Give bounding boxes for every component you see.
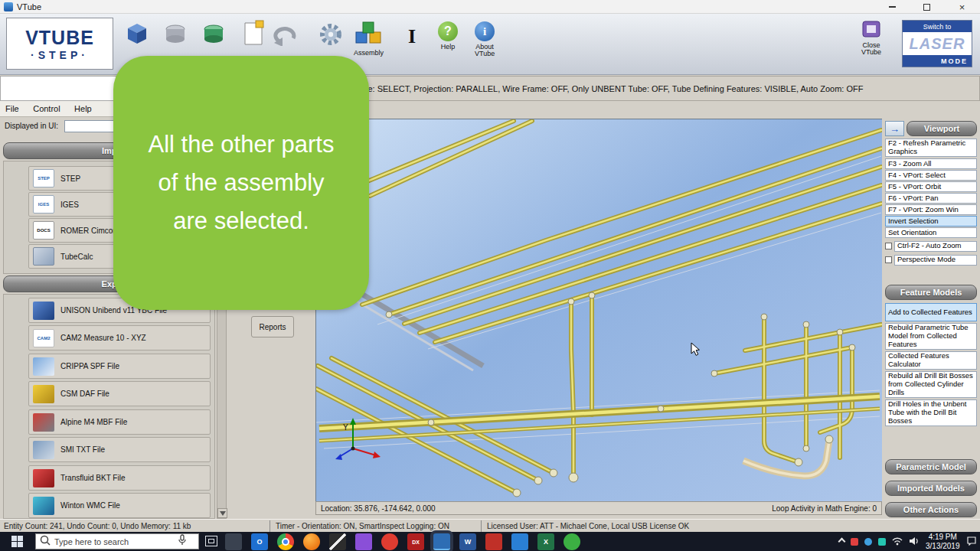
open-project-button[interactable] [124,21,150,51]
add-collected-features-button[interactable]: Add to Collected Features [885,303,977,321]
features-calculator-button[interactable]: Collected Features Calculator [885,351,977,370]
taskbar-apps: O DX W X [225,533,580,551]
minimize-icon [889,6,896,8]
maximize-button[interactable] [910,0,944,14]
assembly-cubes-icon [354,20,384,47]
close-vtube-button[interactable]: Close VTube [851,20,891,56]
help-button[interactable]: ? Help [438,21,458,51]
app-icon-red3d[interactable] [485,533,502,550]
button-label: Collected Features Calculator [888,352,974,369]
menu-file[interactable]: File [0,102,24,116]
tray-app-icon-blue[interactable] [864,538,872,546]
vport-pan-button[interactable]: F6 - VPort: Pan [885,193,977,204]
microphone-icon[interactable] [178,534,187,549]
menu-control[interactable]: Control [28,102,65,116]
close-button[interactable]: × [944,0,980,14]
app-icon-chrome[interactable] [277,533,294,550]
other-actions-header[interactable]: Other Actions [885,502,977,517]
invert-selection-button[interactable]: Invert Selection [885,216,977,227]
auto-zoom-checkbox[interactable] [885,243,892,249]
auto-zoom-label[interactable]: Ctrl-F2 - Auto Zoom [894,241,977,252]
export-item-smi[interactable]: SMI TXT File [28,437,211,462]
about-button[interactable]: i About VTube [475,21,495,57]
rebuild-drill-bosses-button[interactable]: Rebuild all Drill Bit Bosses from Collec… [885,371,977,398]
new-file-button[interactable] [242,20,265,49]
perspective-checkbox[interactable] [885,256,892,263]
app-icon-dx[interactable]: DX [407,533,424,550]
callout-text: All the other parts of the assembly are … [145,126,337,241]
export-item-crippa[interactable]: CRIPPA SPF File [28,354,211,379]
perspective-label[interactable]: Perspective Mode [894,255,977,266]
tray-app-icon-red[interactable] [851,538,858,546]
panel-collapse-button[interactable]: → [885,121,904,136]
app-icon-dark[interactable] [225,533,242,550]
button-label: Rebuild all Drill Bit Bosses from Collec… [888,372,974,397]
export-item-winton[interactable]: Winton WMC File [28,493,211,518]
app-icon-opera[interactable] [381,533,398,550]
tube-model-button[interactable] [201,21,227,51]
app-icon-vtube[interactable] [433,533,450,550]
taskbar-search-box[interactable] [35,533,199,549]
button-label: Add to Collected Features [888,308,972,317]
app-icon-excel[interactable]: X [537,533,554,550]
app-icon-green[interactable] [564,533,580,550]
zoom-all-button[interactable]: F3 - Zoom All [885,158,977,169]
help-label: Help [441,43,456,51]
vport-orbit-button[interactable]: F5 - VPort: Orbit [885,181,977,192]
gear-icon [317,37,345,51]
clock[interactable]: 4:19 PM 3/13/2019 [926,533,960,550]
other-actions-label: Other Actions [903,505,959,514]
viewport-3d[interactable]: Y [315,119,882,501]
romer-docs-icon: DOCS [33,221,54,240]
vport-select-button[interactable]: F4 - VPort: Select [885,170,977,181]
solid-model-button[interactable] [162,21,188,51]
rebuild-parametric-button[interactable]: Rebuild Parametric Tube Model from Colle… [885,323,977,350]
switch-to-laser-mode-button[interactable]: Switch to LASER MODE [902,20,972,67]
notification-center-icon[interactable] [966,535,977,549]
export-item-transfluid[interactable]: Transfluid BKT File [28,465,211,491]
export-item-label: Alpine M4 MBF File [60,418,127,426]
hidden-icons-chevron[interactable] [838,538,846,546]
export-item-csm[interactable]: CSM DAF File [28,381,211,406]
search-input[interactable] [54,537,174,546]
network-icon[interactable] [892,535,903,549]
menu-help[interactable]: Help [69,102,97,116]
parametric-model-header[interactable]: Parametric Model [885,459,977,474]
volume-icon[interactable] [909,535,920,549]
app-icon-outlook[interactable]: O [251,533,268,550]
system-tray: 4:19 PM 3/13/2019 [839,532,980,551]
vtube-window: VTube × VTUBE ·STEP· [0,0,980,551]
export-item-label: CAM2 Measure 10 - XYZ [60,334,146,342]
imported-models-header[interactable]: Imported Models [885,481,977,496]
task-view-button[interactable] [205,536,217,546]
app-icon-blue[interactable] [511,533,528,550]
start-button[interactable] [0,532,34,551]
settings-button[interactable] [317,21,345,51]
tray-app-icon-teal[interactable] [878,538,886,546]
vport-zoom-win-button[interactable]: F7 - VPort: Zoom Win [885,204,977,215]
reports-button[interactable]: Reports [251,316,294,337]
set-orientation-button[interactable]: Set Orientation [885,227,977,238]
app-icon-firefox[interactable] [303,533,320,550]
assembly-button[interactable]: Assembly [354,20,384,57]
export-item-label: CRIPPA SPF File [60,362,119,370]
text-cursor-button[interactable]: I [401,21,423,52]
excel-glyph: X [544,538,548,546]
app-icon-purple[interactable] [355,533,372,550]
viewport-panel-header[interactable]: Viewport [906,121,977,136]
minimize-button[interactable] [875,0,910,14]
refresh-parametric-button[interactable]: F2 - Refresh Parametric Graphics [885,139,977,157]
viewport-status-strip: Location: 35.876, -174.642, 0.000 Loop A… [315,501,882,515]
drill-holes-button[interactable]: Drill Holes in the Unbent Tube with the … [885,399,977,426]
scroll-down-icon[interactable] [217,508,227,518]
viewport-canvas[interactable]: Y [316,119,883,502]
export-item-cam2[interactable]: CAM2 CAM2 Measure 10 - XYZ [28,325,211,350]
export-item-alpine[interactable]: Alpine M4 MBF File [28,409,211,435]
app-icon-word[interactable]: W [459,533,476,550]
annotation-callout: All the other parts of the assembly are … [113,56,369,310]
undo-button[interactable] [270,21,299,49]
app-icon-notepad[interactable] [329,533,346,550]
logo-vtube-text: VTUBE [25,27,94,49]
feature-models-header[interactable]: Feature Models [885,285,977,300]
winton-machine-icon [33,497,54,515]
